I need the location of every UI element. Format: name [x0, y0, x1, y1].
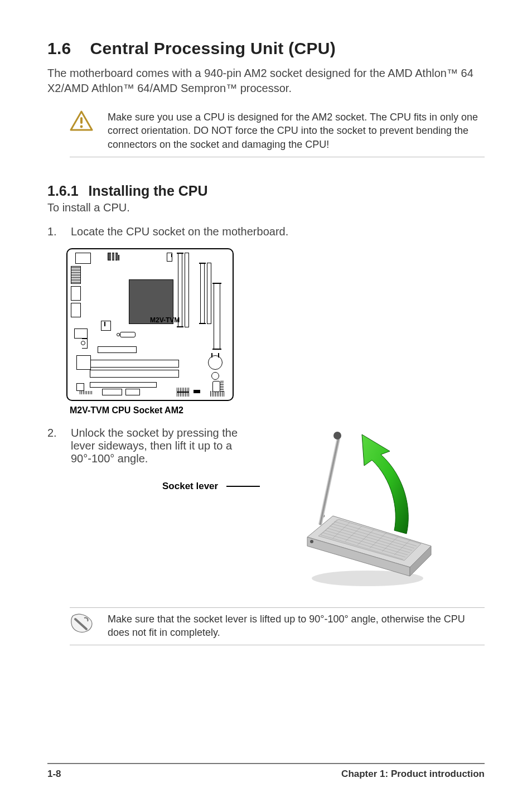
- motherboard-diagram: M2V-TVM: [66, 248, 234, 401]
- step-number: 2.: [47, 427, 71, 594]
- svg-point-21: [310, 540, 313, 543]
- subsection-lead: To install a CPU.: [47, 201, 485, 214]
- hand-note-icon: [70, 612, 93, 637]
- svg-point-1: [80, 125, 83, 128]
- note-callout: Make sure that the socket lever is lifte…: [70, 607, 485, 646]
- subsection-heading: 1.6.1Installing the CPU: [47, 183, 485, 199]
- svg-rect-0: [80, 117, 83, 124]
- step-item: 2. Unlock the socket by pressing the lev…: [47, 427, 485, 594]
- svg-rect-23: [318, 437, 340, 525]
- step-number: 1.: [47, 225, 71, 238]
- page-number: 1-8: [47, 769, 61, 780]
- diagram-caption: M2V-TVM CPU Socket AM2: [70, 405, 485, 416]
- section-intro: The motherboard comes with a 940-pin AM2…: [47, 66, 485, 96]
- page-footer: 1-8 Chapter 1: Product introduction: [47, 763, 485, 780]
- chapter-label: Chapter 1: Product introduction: [341, 769, 485, 780]
- section-title-text: Central Processing Unit (CPU): [90, 39, 336, 57]
- warning-text: Make sure you use a CPU is designed for …: [108, 110, 485, 151]
- leader-line-icon: [226, 486, 260, 487]
- subsection-number: 1.6.1: [47, 183, 79, 199]
- svg-point-24: [333, 432, 341, 439]
- note-text: Make sure that the socket lever is lifte…: [108, 612, 485, 640]
- subsection-title-text: Installing the CPU: [89, 183, 208, 199]
- socket-figure: [266, 427, 439, 594]
- step-text: Unlock the socket by pressing the lever …: [71, 427, 260, 465]
- socket-lever-label-text: Socket lever: [162, 481, 218, 491]
- step-text: Locate the CPU socket on the motherboard…: [71, 225, 485, 238]
- section-number: 1.6: [47, 39, 71, 58]
- step-item: 1. Locate the CPU socket on the motherbo…: [47, 225, 485, 238]
- warning-callout: Make sure you use a CPU is designed for …: [70, 107, 485, 157]
- socket-lever-label: Socket lever: [162, 481, 260, 492]
- section-heading: 1.6Central Processing Unit (CPU): [47, 39, 485, 58]
- caution-triangle-icon: [70, 110, 93, 134]
- diagram-label: M2V-TVM: [150, 316, 180, 324]
